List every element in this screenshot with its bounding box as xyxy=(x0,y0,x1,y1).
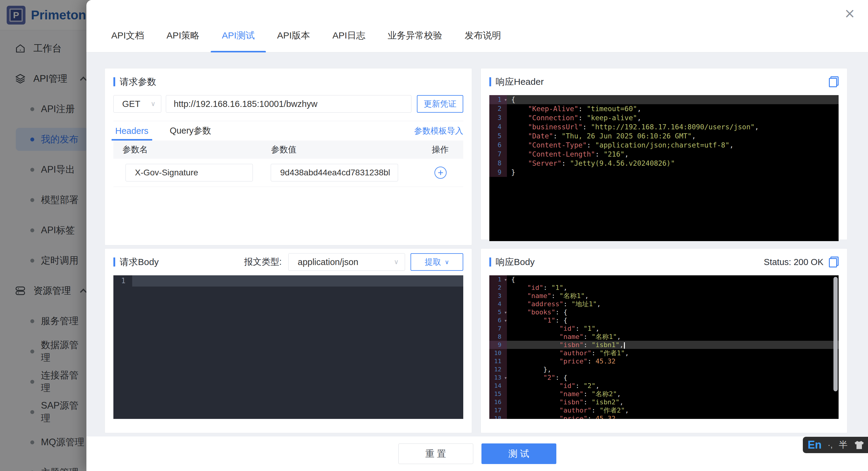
add-param-icon[interactable]: + xyxy=(434,167,446,179)
subtab-query-params[interactable]: Query参数 xyxy=(168,121,213,140)
code-line: 13▾"2": { xyxy=(489,373,839,382)
col-param-value: 参数值 xyxy=(271,144,401,156)
line-number: 1▾ xyxy=(489,95,507,104)
line-number: 7 xyxy=(489,149,507,159)
line-number: 18 xyxy=(489,414,507,419)
update-credential-button[interactable]: 更新凭证 xyxy=(417,95,463,113)
ime-language-indicator[interactable]: En xyxy=(808,439,822,451)
code-line: 15"name": "名称2", xyxy=(489,390,839,398)
response-body-card: 响应Body Status: 200 OK 1▾{2"id": "1",3"na… xyxy=(480,248,847,433)
ime-bar[interactable]: En ·, 半 xyxy=(803,437,868,453)
code-line-content: "Server": "Jetty(9.4.56.v20240826)" xyxy=(507,159,839,168)
tab-API版本[interactable]: API版本 xyxy=(266,19,321,52)
reset-button[interactable]: 重 置 xyxy=(398,443,473,464)
fold-arrow-icon[interactable]: ▾ xyxy=(504,276,506,284)
code-line-content: "price": 45.32 xyxy=(507,414,839,419)
code-line-content: "price": 45.32 xyxy=(507,357,839,365)
request-url-input[interactable]: http://192.168.16.185:10001/bwzhyw xyxy=(166,95,411,113)
response-header-editor[interactable]: 1▾{2"Keep-Alive": "timeout=60",3"Connect… xyxy=(489,95,839,241)
code-line-content: "address": "地址1", xyxy=(507,300,839,308)
code-line-content: "isbn": "isbn1", xyxy=(507,341,839,349)
param-subtabs: Headers Query参数 参数模板导入 xyxy=(114,121,463,140)
line-number: 1▾ xyxy=(489,275,507,283)
extract-button[interactable]: 提取 ∨ xyxy=(410,253,463,271)
fold-arrow-icon[interactable]: ▾ xyxy=(504,316,506,325)
tab-业务异常校验[interactable]: 业务异常校验 xyxy=(376,19,454,52)
chevron-down-icon: ∨ xyxy=(445,258,449,266)
line-number: 12 xyxy=(489,365,507,373)
code-line: 8"name": "名称1", xyxy=(489,333,839,341)
test-button[interactable]: 测 试 xyxy=(482,443,556,464)
code-line: 7"id": "1", xyxy=(489,325,839,333)
code-line-content: }, xyxy=(507,365,839,373)
content-type-select[interactable]: application/json ∨ xyxy=(288,253,405,271)
fold-arrow-icon[interactable]: ▾ xyxy=(504,95,506,104)
line-number: 17 xyxy=(489,406,507,414)
param-value-input[interactable]: 9d438abd44ea4cd7831238bl xyxy=(271,164,398,181)
title-accent-bar xyxy=(489,77,491,86)
tab-API策略[interactable]: API策略 xyxy=(155,19,210,52)
request-body-editor[interactable]: 1 xyxy=(114,275,463,419)
http-method-value: GET xyxy=(122,99,141,109)
title-accent-bar xyxy=(114,258,115,267)
code-line: 6"Content-Type": "application/json;chars… xyxy=(489,140,839,149)
subtab-headers[interactable]: Headers xyxy=(114,121,150,140)
modal-footer: 重 置 测 试 xyxy=(86,436,868,471)
line-number: 2 xyxy=(489,104,507,113)
code-line: 9} xyxy=(489,168,839,177)
fold-arrow-icon[interactable]: ▾ xyxy=(504,308,506,316)
content-type-label: 报文类型: xyxy=(244,256,282,268)
request-params-card: 请求参数 GET ∨ http://192.168.16.185:10001/b… xyxy=(104,68,472,245)
request-body-title: 请求Body xyxy=(120,256,159,268)
code-line: 4"businessUrl": "http://192.168.17.164:8… xyxy=(489,122,839,131)
line-number: 9 xyxy=(489,341,507,349)
code-line: 17"author": "作者2", xyxy=(489,406,839,414)
code-line-content: "Date": "Thu, 26 Jun 2025 06:10:26 GMT", xyxy=(507,131,839,140)
line-number: 16 xyxy=(489,398,507,406)
line-number: 7 xyxy=(489,325,507,333)
ime-width-indicator[interactable]: 半 xyxy=(839,439,848,451)
fold-arrow-icon[interactable]: ▾ xyxy=(504,374,506,382)
ime-skin-icon[interactable] xyxy=(854,440,865,449)
code-line-content: "businessUrl": "http://192.168.17.164:80… xyxy=(507,122,839,131)
code-line: 1▾{ xyxy=(489,275,839,283)
line-number: 6▾ xyxy=(489,316,507,325)
line-number: 1 xyxy=(114,275,132,287)
tab-API日志[interactable]: API日志 xyxy=(321,19,376,52)
chevron-down-icon: ∨ xyxy=(394,258,399,266)
http-method-select[interactable]: GET ∨ xyxy=(114,95,161,113)
param-template-import-link[interactable]: 参数模板导入 xyxy=(414,125,463,136)
tab-API文档[interactable]: API文档 xyxy=(100,19,155,52)
param-table-row: X-Gov-Signature 9d438abd44ea4cd7831238bl… xyxy=(114,159,463,187)
code-line-content: "books": { xyxy=(507,308,839,316)
response-header-card: 响应Header 1▾{2"Keep-Alive": "timeout=60",… xyxy=(480,68,847,240)
code-line: 10"author": "作者1", xyxy=(489,349,839,357)
copy-icon[interactable] xyxy=(829,76,839,87)
copy-icon[interactable] xyxy=(829,257,839,267)
code-line: 4"address": "地址1", xyxy=(489,300,839,308)
code-line: 3"name": "名称1", xyxy=(489,292,839,300)
code-line-content: "author": "作者2", xyxy=(507,406,839,414)
code-line: 11"price": 45.32 xyxy=(489,357,839,365)
code-line: 2"Keep-Alive": "timeout=60", xyxy=(489,104,839,113)
chevron-down-icon: ∨ xyxy=(151,100,156,108)
code-line-content: } xyxy=(507,168,839,177)
code-line: 18"price": 45.32 xyxy=(489,414,839,419)
line-number: 3 xyxy=(489,113,507,122)
ime-punctuation-indicator[interactable]: ·, xyxy=(828,440,833,450)
line-number: 5 xyxy=(489,131,507,140)
close-icon[interactable]: × xyxy=(844,7,855,20)
tab-发布说明[interactable]: 发布说明 xyxy=(454,19,513,52)
code-line-content: "id": "1", xyxy=(507,325,839,333)
code-line: 1▾{ xyxy=(489,95,839,104)
tab-API测试[interactable]: API测试 xyxy=(211,19,266,52)
code-line: 3"Connection": "keep-alive", xyxy=(489,113,839,122)
response-body-editor[interactable]: 1▾{2"id": "1",3"name": "名称1",4"address":… xyxy=(489,275,839,419)
param-name-input[interactable]: X-Gov-Signature xyxy=(125,164,253,181)
code-line-content: "Keep-Alive": "timeout=60", xyxy=(507,104,839,113)
code-line-content: { xyxy=(507,95,839,104)
code-line: 6▾"1": { xyxy=(489,316,839,325)
request-url-value: http://192.168.16.185:10001/bwzhyw xyxy=(174,99,317,109)
scrollbar-thumb[interactable] xyxy=(833,277,838,391)
request-params-title: 请求参数 xyxy=(120,76,156,88)
